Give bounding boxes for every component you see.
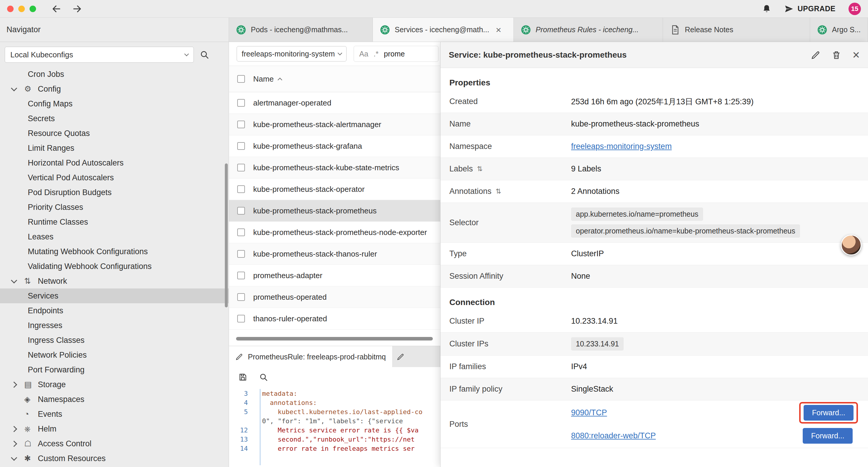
row-checkbox[interactable] xyxy=(237,315,245,322)
detail-value: freeleaps-monitoring-system xyxy=(571,142,859,151)
editor-tab-partial[interactable] xyxy=(393,346,440,368)
horizontal-scrollbar[interactable] xyxy=(236,337,433,341)
port-link[interactable]: 9090/TCP xyxy=(571,408,607,417)
sidebar-item-label: Priority Classes xyxy=(28,203,83,212)
table-row[interactable]: kube-prometheus-stack-prometheus-node-ex… xyxy=(229,222,440,243)
kubeconfig-selector[interactable]: Local Kubeconfigs xyxy=(5,47,194,63)
save-icon[interactable] xyxy=(239,373,247,382)
sidebar-item-port-forwarding[interactable]: Port Forwarding xyxy=(0,362,229,377)
delete-trash-icon[interactable] xyxy=(832,50,841,60)
sidebar-item-storage[interactable]: ▤Storage xyxy=(0,377,229,392)
row-checkbox[interactable] xyxy=(237,293,245,301)
row-checkbox[interactable] xyxy=(237,207,245,214)
editor-search-icon[interactable] xyxy=(259,373,268,382)
sidebar-item-namespaces[interactable]: ◈Namespaces xyxy=(0,392,229,407)
forward-arrow-icon[interactable] xyxy=(72,4,82,14)
notifications-bell-icon[interactable] xyxy=(762,4,771,13)
tab-services[interactable]: Services - icecheng@math... × xyxy=(373,18,514,42)
sidebar-item-events[interactable]: ◔Events xyxy=(0,407,229,421)
tab-release-notes[interactable]: Release Notes xyxy=(663,18,810,42)
chevron-down-icon[interactable] xyxy=(12,280,24,283)
sidebar-scrollbar[interactable] xyxy=(225,164,228,308)
back-arrow-icon[interactable] xyxy=(52,4,61,14)
tab-argo[interactable]: Argo S... xyxy=(810,18,868,42)
row-checkbox[interactable] xyxy=(237,99,245,107)
sidebar-item-secrets[interactable]: Secrets xyxy=(0,111,229,126)
sidebar-item-leases[interactable]: Leases xyxy=(0,229,229,244)
forward-button[interactable]: Forward... xyxy=(804,405,854,420)
sort-arrows-icon[interactable]: ⇅ xyxy=(496,187,501,195)
row-checkbox[interactable] xyxy=(237,272,245,279)
tab-prometheus-rules[interactable]: Prometheus Rules - icecheng... xyxy=(514,18,663,42)
row-checkbox[interactable] xyxy=(237,229,245,236)
sidebar-item-runtime-classes[interactable]: Runtime Classes xyxy=(0,214,229,229)
sidebar-item-custom-resources[interactable]: ✱Custom Resources xyxy=(0,451,229,466)
chevron-right-icon[interactable] xyxy=(12,442,24,446)
sidebar-search-icon[interactable] xyxy=(200,50,209,59)
minimize-window-button[interactable] xyxy=(18,6,25,12)
namespace-link[interactable]: freeleaps-monitoring-system xyxy=(571,142,672,151)
sidebar-item-config[interactable]: ⚙Config xyxy=(0,82,229,96)
column-header-name[interactable]: Name xyxy=(253,75,282,84)
sidebar-item-access-control[interactable]: ☖Access Control xyxy=(0,436,229,451)
editor-tab-prometheusrule[interactable]: PrometheusRule: freeleaps-prod-rabbitmq xyxy=(229,346,393,368)
namespace-filter-dropdown[interactable]: freeleaps-monitoring-system xyxy=(237,46,346,61)
port-link[interactable]: 8080:reloader-web/TCP xyxy=(571,431,656,440)
sidebar-item-definitions[interactable]: Definitions xyxy=(0,466,229,467)
chevron-down-icon[interactable] xyxy=(12,457,24,460)
table-row[interactable]: alertmanager-operated xyxy=(229,92,440,114)
sidebar-item-vertical-pod-autoscalers[interactable]: Vertical Pod Autoscalers xyxy=(0,170,229,185)
table-row[interactable]: kube-prometheus-stack-thanos-ruler xyxy=(229,243,440,265)
table-row[interactable]: prometheus-adapter xyxy=(229,265,440,286)
sidebar-item-network-policies[interactable]: Network Policies xyxy=(0,348,229,362)
sidebar-item-helm[interactable]: ⎈Helm xyxy=(0,421,229,436)
edit-pencil-icon[interactable] xyxy=(811,50,820,60)
close-window-button[interactable] xyxy=(7,6,13,12)
search-input[interactable]: Aa .* prome xyxy=(354,46,438,62)
sidebar-item-ingresses[interactable]: Ingresses xyxy=(0,318,229,333)
sidebar-item-horizontal-pod-autoscalers[interactable]: Horizontal Pod Autoscalers xyxy=(0,155,229,170)
upgrade-button[interactable]: UPGRADE xyxy=(784,4,836,13)
user-avatar[interactable] xyxy=(841,235,862,255)
row-checkbox[interactable] xyxy=(237,185,245,193)
row-checkbox[interactable] xyxy=(237,250,245,258)
sidebar-item-services[interactable]: Services xyxy=(0,289,229,303)
sidebar-item-config-maps[interactable]: Config Maps xyxy=(0,96,229,111)
sidebar-item-pod-disruption-budgets[interactable]: Pod Disruption Budgets xyxy=(0,185,229,200)
close-icon[interactable]: × xyxy=(852,49,860,61)
table-row[interactable]: kube-prometheus-stack-alertmanager xyxy=(229,114,440,135)
row-checkbox[interactable] xyxy=(237,164,245,171)
row-checkbox[interactable] xyxy=(237,142,245,150)
yaml-editor[interactable]: 3metadata:4 annotations:5 kubectl.kubern… xyxy=(229,387,440,467)
regex-toggle[interactable]: .* xyxy=(374,50,379,58)
sidebar-item-mutating-webhook-configurations[interactable]: Mutating Webhook Configurations xyxy=(0,244,229,259)
sidebar-item-endpoints[interactable]: Endpoints xyxy=(0,303,229,318)
sidebar-item-cron-jobs[interactable]: Cron Jobs xyxy=(0,67,229,82)
row-checkbox[interactable] xyxy=(237,121,245,128)
sort-arrows-icon[interactable]: ⇅ xyxy=(477,165,483,173)
chevron-down-icon[interactable] xyxy=(12,87,24,90)
table-row[interactable]: kube-prometheus-stack-kube-state-metrics xyxy=(229,157,440,178)
table-row[interactable]: thanos-ruler-operated xyxy=(229,308,440,329)
sidebar-item-validating-webhook-configurations[interactable]: Validating Webhook Configurations xyxy=(0,259,229,274)
table-row[interactable]: prometheus-operated xyxy=(229,286,440,308)
tab-pods[interactable]: Pods - icecheng@mathmas... xyxy=(229,18,373,42)
chevron-right-icon[interactable] xyxy=(12,427,24,431)
sidebar-item-resource-quotas[interactable]: Resource Quotas xyxy=(0,126,229,141)
table-row[interactable]: kube-prometheus-stack-grafana xyxy=(229,135,440,157)
match-case-toggle[interactable]: Aa xyxy=(359,50,368,58)
sidebar-item-network[interactable]: ⇅Network xyxy=(0,274,229,289)
sidebar-item-ingress-classes[interactable]: Ingress Classes xyxy=(0,333,229,348)
zoom-window-button[interactable] xyxy=(30,6,36,12)
select-all-checkbox[interactable] xyxy=(237,75,245,83)
notification-count-badge[interactable]: 15 xyxy=(848,3,861,15)
namespaces-icon: ◈ xyxy=(24,395,38,404)
forward-button[interactable]: Forward... xyxy=(803,428,852,444)
chevron-right-icon[interactable] xyxy=(12,382,24,387)
table-row[interactable]: kube-prometheus-stack-operator xyxy=(229,178,440,200)
tab-close-icon[interactable]: × xyxy=(496,25,501,35)
column-header-label: Name xyxy=(253,75,274,84)
sidebar-item-limit-ranges[interactable]: Limit Ranges xyxy=(0,141,229,155)
sidebar-item-priority-classes[interactable]: Priority Classes xyxy=(0,200,229,214)
table-row[interactable]: kube-prometheus-stack-prometheus xyxy=(229,200,440,222)
